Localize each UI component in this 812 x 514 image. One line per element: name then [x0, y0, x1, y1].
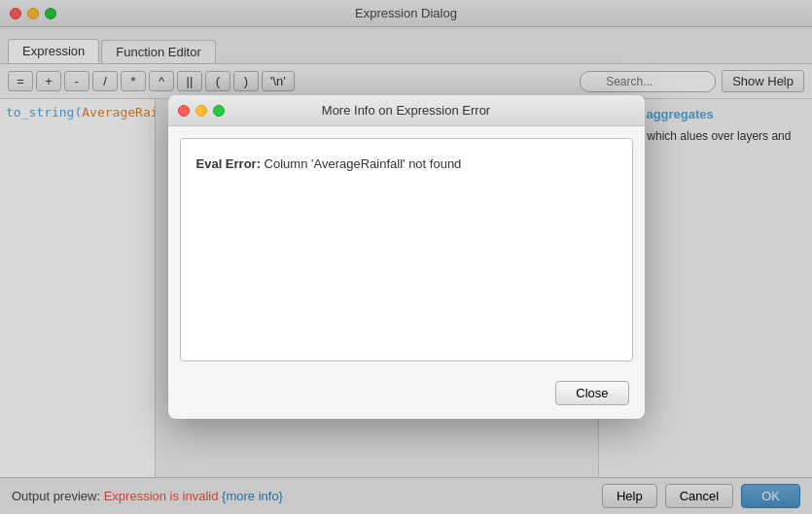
modal-minimize-button[interactable]	[195, 105, 207, 117]
modal-overlay: More Info on Expression Error Eval Error…	[0, 0, 812, 514]
eval-error-label: Eval Error:	[196, 156, 261, 171]
modal-traffic-lights	[178, 105, 225, 117]
modal-dialog: More Info on Expression Error Eval Error…	[168, 95, 645, 419]
modal-maximize-button[interactable]	[213, 105, 225, 117]
modal-close-button[interactable]	[178, 105, 190, 117]
modal-content: Eval Error: Column 'AverageRainfall' not…	[180, 138, 633, 361]
eval-error-message: Column 'AverageRainfall' not found	[265, 156, 462, 171]
eval-error-text: Eval Error: Column 'AverageRainfall' not…	[196, 154, 617, 175]
modal-title-bar: More Info on Expression Error	[168, 95, 645, 126]
modal-footer: Close	[168, 373, 645, 419]
modal-close-btn[interactable]: Close	[555, 381, 628, 405]
modal-title: More Info on Expression Error	[322, 103, 490, 118]
